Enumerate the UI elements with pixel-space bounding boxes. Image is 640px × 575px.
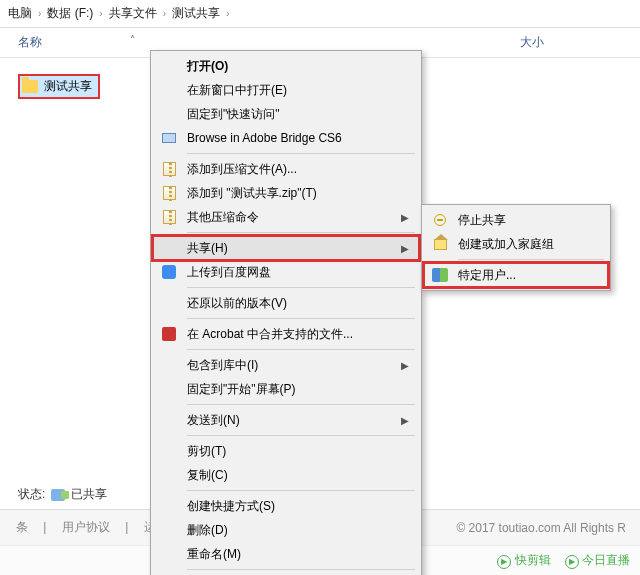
- menu-cut[interactable]: 剪切(T): [153, 439, 419, 463]
- shared-icon: [51, 489, 65, 501]
- chevron-right-icon: ›: [99, 8, 102, 19]
- baidu-icon: [161, 264, 177, 280]
- menu-copy[interactable]: 复制(C): [153, 463, 419, 487]
- menu-add-to-zip[interactable]: 添加到压缩文件(A)...: [153, 157, 419, 181]
- separator: [187, 153, 415, 154]
- share-submenu: 停止共享 创建或加入家庭组 特定用户...: [421, 204, 611, 291]
- chevron-right-icon: ›: [163, 8, 166, 19]
- menu-create-shortcut[interactable]: 创建快捷方式(S): [153, 494, 419, 518]
- menu-delete[interactable]: 删除(D): [153, 518, 419, 542]
- menu-other-zip[interactable]: 其他压缩命令▶: [153, 205, 419, 229]
- home-icon: [432, 236, 448, 252]
- separator: [187, 490, 415, 491]
- breadcrumb-item[interactable]: 数据 (F:): [47, 5, 93, 22]
- zip-icon: [161, 209, 177, 225]
- context-menu: 打开(O) 在新窗口中打开(E) 固定到"快速访问" Browse in Ado…: [150, 50, 422, 575]
- pdf-icon: [161, 326, 177, 342]
- chevron-right-icon: ▶: [401, 243, 409, 254]
- menu-open[interactable]: 打开(O): [153, 54, 419, 78]
- menu-send-to[interactable]: 发送到(N)▶: [153, 408, 419, 432]
- menu-adobe-bridge[interactable]: Browse in Adobe Bridge CS6: [153, 126, 419, 150]
- people-icon: [432, 267, 448, 283]
- play-icon: ▶: [565, 555, 579, 569]
- column-name[interactable]: 名称 ˄: [0, 34, 140, 51]
- menu-upload-baidu[interactable]: 上传到百度网盘: [153, 260, 419, 284]
- quick-cut-button[interactable]: ▶ 快剪辑: [497, 552, 550, 569]
- breadcrumb-item[interactable]: 电脑: [8, 5, 32, 22]
- submenu-specific-users[interactable]: 特定用户...: [424, 263, 608, 287]
- folder-item-selected[interactable]: 测试共享: [18, 74, 100, 99]
- zip-icon: [161, 185, 177, 201]
- menu-rename[interactable]: 重命名(M): [153, 542, 419, 566]
- copyright: © 2017 toutiao.com All Rights R: [456, 521, 626, 535]
- chevron-right-icon: ▶: [401, 212, 409, 223]
- separator: [458, 259, 604, 260]
- zip-icon: [161, 161, 177, 177]
- breadcrumb-item[interactable]: 测试共享: [172, 5, 220, 22]
- separator: [187, 404, 415, 405]
- chevron-right-icon: ›: [226, 8, 229, 19]
- breadcrumb-item[interactable]: 共享文件: [109, 5, 157, 22]
- folder-label: 测试共享: [44, 78, 92, 95]
- stop-icon: [432, 212, 448, 228]
- menu-pin-start[interactable]: 固定到"开始"屏幕(P): [153, 377, 419, 401]
- column-size[interactable]: 大小: [520, 34, 640, 51]
- chevron-right-icon: ▶: [401, 415, 409, 426]
- submenu-stop-sharing[interactable]: 停止共享: [424, 208, 608, 232]
- chevron-right-icon: ▶: [401, 360, 409, 371]
- separator: [187, 569, 415, 570]
- menu-acrobat-merge[interactable]: 在 Acrobat 中合并支持的文件...: [153, 322, 419, 346]
- menu-open-new-window[interactable]: 在新窗口中打开(E): [153, 78, 419, 102]
- menu-share[interactable]: 共享(H)▶: [153, 236, 419, 260]
- separator: [187, 349, 415, 350]
- menu-pin-quick-access[interactable]: 固定到"快速访问": [153, 102, 419, 126]
- footer-link[interactable]: 用户协议: [62, 520, 110, 534]
- chevron-right-icon: ›: [38, 8, 41, 19]
- breadcrumb[interactable]: 电脑› 数据 (F:)› 共享文件› 测试共享›: [0, 0, 640, 28]
- submenu-homegroup[interactable]: 创建或加入家庭组: [424, 232, 608, 256]
- play-icon: ▶: [497, 555, 511, 569]
- sort-asc-icon: ˄: [130, 34, 135, 45]
- status-value: 已共享: [71, 486, 107, 503]
- live-button[interactable]: ▶ 今日直播: [565, 552, 630, 569]
- separator: [187, 287, 415, 288]
- status-label: 状态:: [18, 486, 45, 503]
- menu-add-to-named-zip[interactable]: 添加到 "测试共享.zip"(T): [153, 181, 419, 205]
- separator: [187, 232, 415, 233]
- drive-icon: [161, 130, 177, 146]
- separator: [187, 318, 415, 319]
- menu-restore-versions[interactable]: 还原以前的版本(V): [153, 291, 419, 315]
- folder-icon: [22, 80, 38, 93]
- separator: [187, 435, 415, 436]
- menu-include-library[interactable]: 包含到库中(I)▶: [153, 353, 419, 377]
